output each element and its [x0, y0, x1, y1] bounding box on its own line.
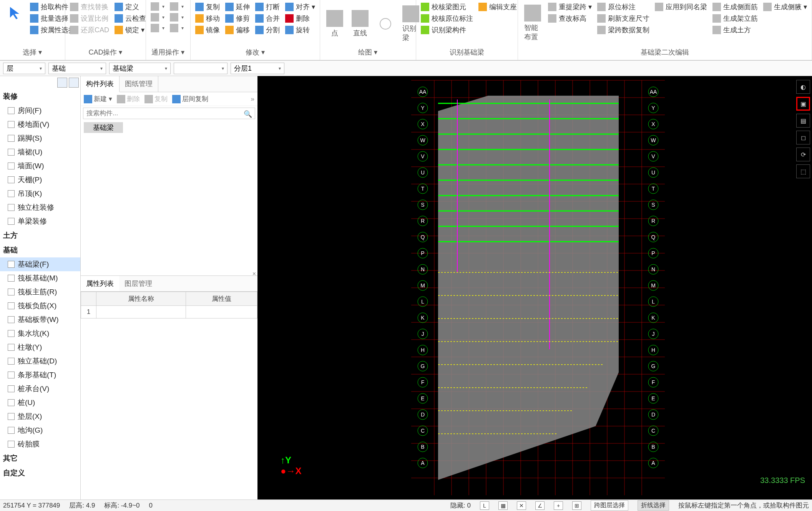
common-5[interactable]: ▾ [168, 12, 185, 22]
tree-item[interactable]: 条形基础(T) [0, 368, 80, 382]
tree-item[interactable]: 桩承台(V) [0, 382, 80, 396]
common-2[interactable]: ▾ [149, 12, 166, 22]
delete-button[interactable]: 删除 [284, 13, 317, 24]
component-tree-root[interactable]: 基础梁 [84, 122, 123, 133]
modify-group-label[interactable]: 修改 ▾ [194, 46, 317, 58]
cat-custom-header[interactable]: 自定义 [0, 466, 80, 480]
tree-item[interactable]: 吊顶(K) [0, 187, 80, 201]
orig-button[interactable]: 原位标注 [596, 2, 651, 12]
extend-button[interactable]: 延伸 [224, 2, 251, 12]
split-button[interactable]: 分割 [254, 25, 281, 35]
tree-item[interactable]: 独立柱装修 [0, 201, 80, 214]
view-tool-2[interactable]: ▤ [796, 114, 810, 128]
status-icon-6[interactable]: ⊞ [572, 501, 581, 510]
status-icon-3[interactable]: ✕ [517, 501, 526, 510]
crosslayer-select-button[interactable]: 跨图层选择 [591, 500, 628, 511]
view-tool-3d[interactable]: ▣ [796, 97, 810, 111]
tree-item[interactable]: 砖胎膜 [0, 437, 80, 451]
tree-item[interactable]: 垫层(X) [0, 410, 80, 423]
line-button[interactable]: 直线 [349, 7, 372, 41]
lock-button[interactable]: 锁定 ▾ [113, 25, 148, 35]
tree-item[interactable]: 基础梁(F) [0, 257, 80, 271]
applysame-button[interactable]: 应用到同名梁 [653, 2, 709, 12]
offset-button[interactable]: 偏移 [224, 25, 251, 35]
search-icon[interactable]: 🔍 [244, 110, 252, 118]
retruss-button[interactable]: 重提梁跨 ▾ [546, 2, 593, 12]
recog-comp-button[interactable]: 识别梁构件 [419, 25, 475, 35]
tree-item[interactable]: 筏板负筋(X) [0, 299, 80, 313]
trim-button[interactable]: 修剪 [224, 13, 251, 24]
find-replace-button[interactable]: 查找替换 [68, 2, 111, 12]
view-tool-3[interactable]: ◻ [796, 131, 810, 144]
select-tool-button[interactable] [3, 2, 26, 25]
cad-group-label[interactable]: CAD操作 ▾ [68, 46, 143, 58]
tree-item[interactable]: 楼地面(V) [0, 118, 80, 131]
tab-drawing-mgmt[interactable]: 图纸管理 [120, 76, 158, 92]
checkelev-button[interactable]: 查改标高 [546, 13, 593, 24]
tree-item[interactable]: 桩(U) [0, 396, 80, 410]
common-3[interactable]: ▾ [149, 23, 166, 33]
empty-combo[interactable]: ▾ [174, 63, 227, 74]
break-button[interactable]: 打断 [254, 2, 281, 12]
cloud-check-button[interactable]: 云检查 [113, 13, 148, 24]
tab-attr-list[interactable]: 属性列表 [81, 276, 119, 291]
tree-item[interactable]: 独立基础(D) [0, 354, 80, 368]
common-6[interactable]: ▾ [168, 23, 185, 33]
merge-button[interactable]: 合并 [254, 13, 281, 24]
align-button[interactable]: 对齐 ▾ [284, 2, 317, 12]
genstand-button[interactable]: 生成架立筋 [711, 13, 759, 24]
circle-button[interactable] [374, 12, 397, 35]
view-tool-5[interactable]: ⬚ [796, 164, 810, 178]
status-icon-4[interactable]: ∠ [535, 501, 545, 510]
tree-item[interactable]: 基础板带(W) [0, 313, 80, 327]
polyline-select-button[interactable]: 折线选择 [638, 500, 669, 511]
point-button[interactable]: 点 [323, 7, 346, 41]
common-group-label[interactable]: 通用操作 ▾ [149, 46, 187, 58]
move-button[interactable]: 移动 [194, 13, 221, 24]
select-group-label[interactable]: 选择 ▾ [3, 46, 62, 58]
cat-other-header[interactable]: 其它 [0, 451, 80, 466]
panel-view-icon-2[interactable] [69, 78, 79, 88]
cat-soil-header[interactable]: 土方 [0, 228, 80, 243]
component-search-input[interactable] [83, 108, 255, 119]
tree-item[interactable]: 墙裙(U) [0, 145, 80, 159]
status-icon-2[interactable]: ▦ [498, 501, 508, 510]
define-button[interactable]: 定义 [113, 2, 148, 12]
floor-combo[interactable]: 层▾ [3, 63, 45, 74]
draw-group-label[interactable]: 绘图 ▾ [323, 46, 413, 58]
tab-component-list[interactable]: 构件列表 [81, 76, 120, 92]
smart-layout-button[interactable]: 智能布置 [521, 2, 544, 45]
tree-item[interactable]: 柱墩(Y) [0, 340, 80, 354]
layer-combo[interactable]: 分层1▾ [231, 63, 284, 74]
tree-item[interactable]: 集水坑(K) [0, 327, 80, 340]
set-scale-button[interactable]: 设置比例 [68, 13, 111, 24]
view-tool-4[interactable]: ⟳ [796, 148, 810, 161]
copy-component-button[interactable]: 复制 [144, 95, 168, 103]
status-icon-5[interactable]: + [554, 501, 563, 510]
more-toolbar-icon[interactable]: » [251, 95, 254, 103]
subcat-combo[interactable]: 基础梁▾ [109, 63, 171, 74]
layer-copy-button[interactable]: 层间复制 [172, 95, 208, 103]
new-component-button[interactable]: 新建 ▾ [84, 95, 112, 103]
tree-item[interactable]: 筏板基础(M) [0, 271, 80, 285]
attr-close-icon[interactable]: × [252, 270, 256, 277]
genside-button[interactable]: 生成侧面筋 [711, 2, 759, 12]
tree-item[interactable]: 墙面(W) [0, 159, 80, 173]
tree-item[interactable]: 天棚(P) [0, 173, 80, 187]
copydata-button[interactable]: 梁跨数据复制 [596, 25, 651, 35]
check-beam-button[interactable]: 校核梁图元 [419, 2, 475, 12]
common-4[interactable]: ▾ [168, 2, 185, 12]
genfloor-button[interactable]: 生成侧腋 ▾ [762, 2, 809, 12]
cat-foundation-header[interactable]: 基础 [0, 243, 80, 257]
tree-item[interactable]: 房间(F) [0, 104, 80, 118]
panel-view-icon-1[interactable] [57, 78, 67, 88]
attr-row-1[interactable]: 1 [81, 306, 257, 319]
status-icon-1[interactable]: L [480, 501, 489, 510]
check-orig-button[interactable]: 校核原位标注 [419, 13, 475, 24]
tab-layer-mgmt[interactable]: 图层管理 [119, 276, 158, 291]
cat-decoration-header[interactable]: 装修 [0, 89, 80, 104]
delete-component-button[interactable]: 删除 [117, 95, 140, 103]
tree-item[interactable]: 地沟(G) [0, 423, 80, 437]
common-1[interactable]: ▾ [149, 2, 166, 12]
view-tool-1[interactable]: ◐ [796, 80, 810, 94]
